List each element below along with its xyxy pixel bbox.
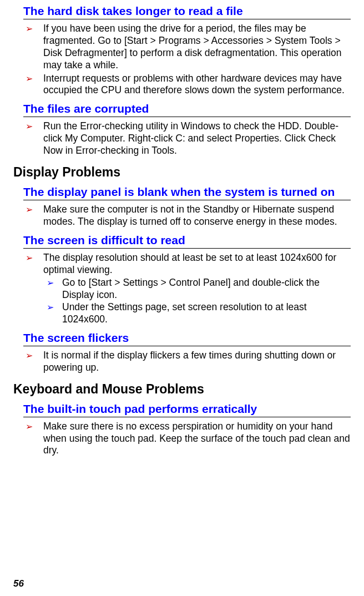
section-display-blank: The display panel is blank when the syst… <box>23 185 351 228</box>
section-title: The display panel is blank when the syst… <box>23 185 351 200</box>
bullet-icon: ➢ <box>23 204 43 216</box>
heading-display-problems: Display Problems <box>13 165 351 180</box>
bullet-icon: ➢ <box>43 277 62 289</box>
section-title: The screen flickers <box>23 331 351 346</box>
bullet-list: ➢ Run the Error-checking utility in Wind… <box>23 120 351 157</box>
list-item: ➢ Interrupt requests or problems with ot… <box>23 73 351 97</box>
list-item: ➢ It is normal if the display flickers a… <box>23 350 351 374</box>
list-item: ➢ Make sure there is no excess perspirat… <box>23 421 351 457</box>
heading-keyboard-mouse: Keyboard and Mouse Problems <box>13 382 351 397</box>
bullet-list: ➢ It is normal if the display flickers a… <box>23 350 351 374</box>
bullet-list: ➢ Make sure the computer is not in the S… <box>23 204 351 228</box>
list-item-text: Make sure there is no excess perspiratio… <box>43 421 351 457</box>
bullet-icon: ➢ <box>23 120 43 133</box>
list-item-text: It is normal if the display flickers a f… <box>43 350 351 374</box>
bullet-list: ➢ The display resolution should at least… <box>23 252 351 326</box>
section-files-corrupted: The files are corrupted ➢ Run the Error-… <box>23 102 351 157</box>
bullet-icon: ➢ <box>23 421 43 433</box>
section-hard-disk: The hard disk takes longer to read a fil… <box>23 4 351 97</box>
nested-item-text: Under the Settings page, set screen reso… <box>62 301 351 326</box>
section-title: The hard disk takes longer to read a fil… <box>23 4 351 19</box>
list-item-text: If you have been using the drive for a p… <box>43 23 351 72</box>
section-screen-flickers: The screen flickers ➢ It is normal if th… <box>23 331 351 374</box>
list-item-text: Interrupt requests or problems with othe… <box>43 73 351 97</box>
bullet-icon: ➢ <box>23 73 43 85</box>
bullet-list: ➢ If you have been using the drive for a… <box>23 23 351 97</box>
page: The hard disk takes longer to read a fil… <box>0 0 364 596</box>
nested-item: ➢ Go to [Start > Settings > Control Pane… <box>43 277 351 301</box>
section-title: The files are corrupted <box>23 102 351 117</box>
section-title: The built-in touch pad performs erratica… <box>23 402 351 417</box>
list-item: ➢ Run the Error-checking utility in Wind… <box>23 120 351 157</box>
nested-item-text: Go to [Start > Settings > Control Panel]… <box>62 277 351 301</box>
section-title: The screen is difficult to read <box>23 234 351 249</box>
bullet-icon: ➢ <box>23 23 43 35</box>
nested-list: ➢ Go to [Start > Settings > Control Pane… <box>43 277 351 326</box>
section-screen-difficult: The screen is difficult to read ➢ The di… <box>23 234 351 326</box>
bullet-list: ➢ Make sure there is no excess perspirat… <box>23 421 351 457</box>
section-touchpad: The built-in touch pad performs erratica… <box>23 402 351 457</box>
list-item: ➢ If you have been using the drive for a… <box>23 23 351 72</box>
list-item: ➢ Make sure the computer is not in the S… <box>23 204 351 228</box>
bullet-icon: ➢ <box>23 252 43 264</box>
bullet-icon: ➢ <box>43 301 62 314</box>
nested-item: ➢ Under the Settings page, set screen re… <box>43 301 351 326</box>
bullet-icon: ➢ <box>23 350 43 362</box>
page-number: 56 <box>13 578 24 589</box>
list-item-text: Make sure the computer is not in the Sta… <box>43 204 351 228</box>
list-item-text-inner: The display resolution should at least b… <box>43 252 336 275</box>
list-item-text: Run the Error-checking utility in Window… <box>43 120 351 157</box>
list-item: ➢ The display resolution should at least… <box>23 252 351 326</box>
list-item-text: The display resolution should at least b… <box>43 252 351 326</box>
